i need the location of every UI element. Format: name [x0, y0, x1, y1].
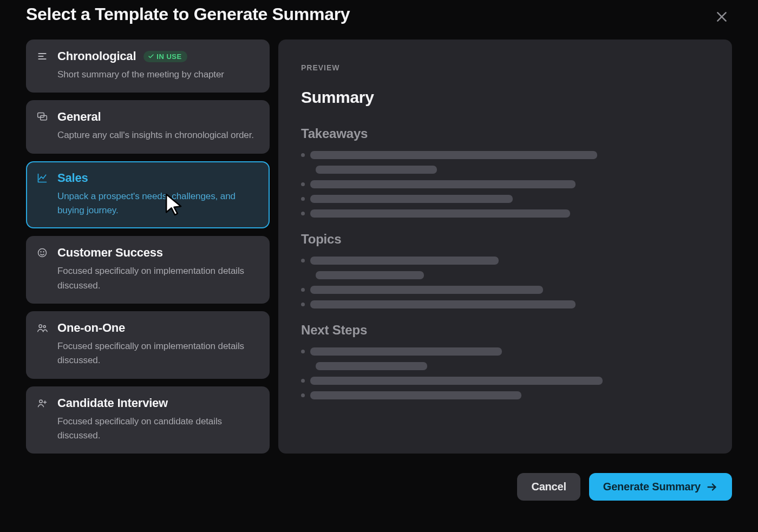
- close-icon: [715, 10, 729, 24]
- bullet-icon: [301, 212, 305, 215]
- chart-icon: [37, 171, 49, 218]
- bullet-icon: [301, 350, 305, 353]
- template-title: General: [57, 110, 101, 124]
- skeleton-bar: [310, 300, 576, 308]
- bullet-icon: [301, 153, 305, 157]
- svg-rect-6: [41, 116, 47, 120]
- template-description: Focused specifically on candidate detail…: [57, 415, 259, 443]
- svg-point-9: [43, 252, 44, 252]
- skeleton-row: [301, 362, 709, 370]
- template-description: Short summary of the meeting by chapter: [57, 68, 259, 82]
- bullet-icon: [301, 303, 305, 306]
- template-card-candidate-interview[interactable]: Candidate InterviewFocused specifically …: [26, 386, 270, 454]
- skeleton-row: [301, 151, 709, 159]
- svg-point-10: [39, 325, 42, 327]
- svg-point-11: [43, 326, 45, 328]
- svg-point-12: [40, 400, 42, 403]
- template-description: Unpack a prospect's needs, challenges, a…: [57, 189, 259, 218]
- preview-skeleton-block: [301, 151, 709, 218]
- preview-skeleton-block: [301, 347, 709, 399]
- dialog-header: Select a Template to Generate Summary: [0, 0, 758, 40]
- bullet-icon: [301, 197, 305, 201]
- template-card-one-on-one[interactable]: One-on-OneFocused specifically on implem…: [26, 311, 270, 379]
- template-title: Sales: [57, 171, 88, 185]
- skeleton-bar: [316, 362, 427, 370]
- template-card-sales[interactable]: SalesUnpack a prospect's needs, challeng…: [26, 161, 270, 229]
- template-description: Capture any call's insights in chronolog…: [57, 128, 259, 142]
- list-icon: [37, 49, 49, 82]
- people-icon: [37, 321, 49, 368]
- bullet-icon: [301, 259, 305, 262]
- preview-section-heading: Next Steps: [301, 323, 709, 338]
- generate-summary-button-label: Generate Summary: [603, 481, 701, 493]
- in-use-badge: IN USE: [143, 51, 187, 62]
- template-title: One-on-One: [57, 321, 125, 335]
- skeleton-bar: [316, 166, 437, 174]
- chat-icon: [37, 110, 49, 142]
- skeleton-row: [301, 180, 709, 188]
- svg-point-7: [38, 249, 47, 257]
- template-title: Candidate Interview: [57, 396, 168, 410]
- skeleton-bar: [310, 151, 597, 159]
- preview-sections: TakeawaysTopicsNext Steps: [301, 126, 709, 399]
- template-title: Chronological: [57, 49, 136, 63]
- template-select-dialog: Select a Template to Generate Summary Ch…: [0, 0, 758, 501]
- skeleton-bar: [310, 209, 570, 218]
- skeleton-row: [301, 195, 709, 203]
- template-description: Focused specifically on implementation d…: [57, 339, 259, 368]
- template-card-chronological[interactable]: ChronologicalIN USEShort summary of the …: [26, 40, 270, 93]
- preview-section-heading: Takeaways: [301, 126, 709, 141]
- skeleton-bar: [310, 286, 543, 294]
- dialog-footer: Cancel Generate Summary: [0, 454, 758, 501]
- in-use-badge-label: IN USE: [156, 52, 181, 61]
- template-description: Focused specifically on implementation d…: [57, 264, 259, 293]
- skeleton-row: [301, 209, 709, 218]
- skeleton-row: [301, 286, 709, 294]
- svg-point-8: [41, 252, 41, 252]
- skeleton-bar: [310, 347, 502, 356]
- dialog-body: ChronologicalIN USEShort summary of the …: [0, 40, 758, 454]
- skeleton-row: [301, 166, 709, 174]
- skeleton-row: [301, 391, 709, 399]
- template-card-general[interactable]: GeneralCapture any call's insights in ch…: [26, 100, 270, 153]
- bullet-icon: [301, 182, 305, 186]
- preview-label: PREVIEW: [301, 63, 709, 72]
- generate-summary-button[interactable]: Generate Summary: [589, 473, 732, 501]
- smile-icon: [37, 246, 49, 293]
- preview-panel: PREVIEW Summary TakeawaysTopicsNext Step…: [278, 40, 732, 454]
- preview-section-heading: Topics: [301, 232, 709, 247]
- bullet-icon: [301, 393, 305, 397]
- close-button[interactable]: [711, 6, 732, 29]
- preview-heading: Summary: [301, 88, 709, 107]
- preview-skeleton-block: [301, 257, 709, 308]
- arrow-right-icon: [706, 481, 718, 493]
- cancel-button[interactable]: Cancel: [517, 473, 580, 501]
- skeleton-row: [301, 271, 709, 279]
- skeleton-row: [301, 300, 709, 308]
- dialog-title: Select a Template to Generate Summary: [26, 4, 350, 24]
- skeleton-row: [301, 257, 709, 265]
- skeleton-bar: [310, 377, 603, 385]
- skeleton-bar: [310, 257, 499, 265]
- bullet-icon: [301, 288, 305, 292]
- skeleton-bar: [310, 195, 513, 203]
- person-add-icon: [37, 396, 49, 443]
- cancel-button-label: Cancel: [531, 481, 566, 493]
- skeleton-bar: [316, 271, 424, 279]
- skeleton-row: [301, 377, 709, 385]
- skeleton-bar: [310, 391, 521, 399]
- template-title: Customer Success: [57, 246, 163, 260]
- bullet-icon: [301, 379, 305, 383]
- skeleton-row: [301, 347, 709, 356]
- template-list: ChronologicalIN USEShort summary of the …: [26, 40, 270, 454]
- svg-rect-5: [38, 113, 44, 117]
- skeleton-bar: [310, 180, 576, 188]
- template-card-customer-success[interactable]: Customer SuccessFocused specifically on …: [26, 236, 270, 304]
